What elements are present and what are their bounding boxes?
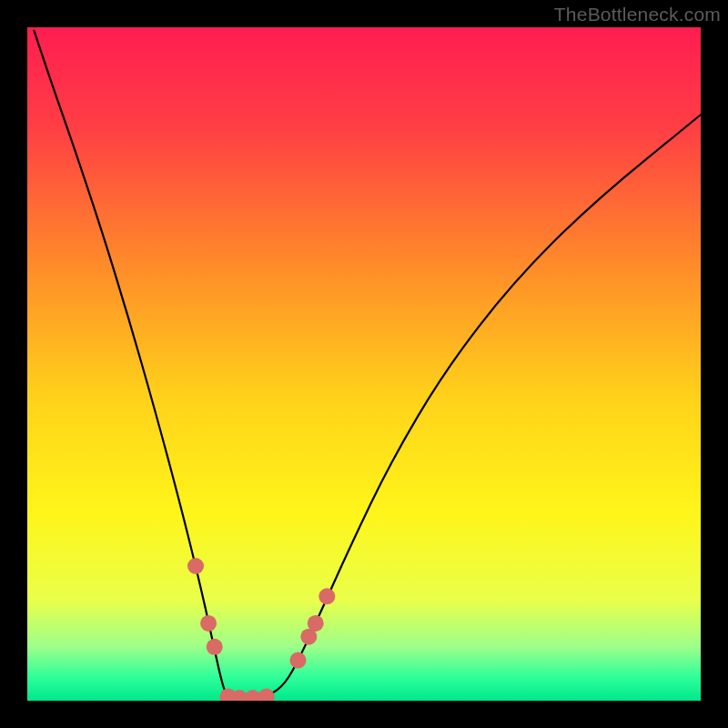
marker-point [200,615,217,632]
marker-point [187,558,204,574]
chart-frame: TheBottleneck.com [0,0,728,728]
chart-svg [27,27,701,701]
gradient-background [27,27,701,701]
marker-point [318,588,335,604]
marker-point [207,639,223,655]
marker-point [308,615,324,632]
plot-area [27,27,701,701]
watermark-text: TheBottleneck.com [554,4,721,25]
marker-point [289,652,306,669]
